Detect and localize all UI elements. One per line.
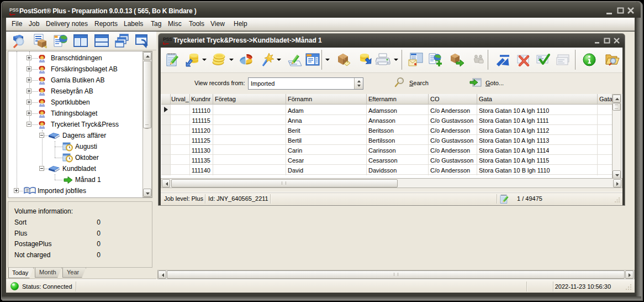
svg-text:PSS: PSS xyxy=(163,37,172,42)
svg-text:PSS: PSS xyxy=(9,7,19,13)
